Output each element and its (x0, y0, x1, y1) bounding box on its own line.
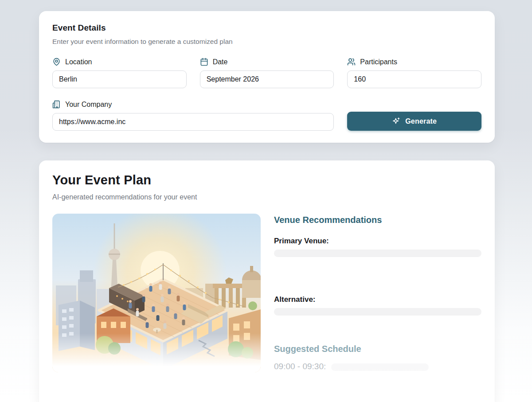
event-plan-card: Your Event Plan AI-generated recommendat… (39, 160, 495, 402)
date-input[interactable] (200, 70, 334, 88)
company-label: Your Company (52, 100, 334, 109)
company-label-text: Your Company (65, 101, 112, 109)
event-illustration (52, 214, 261, 372)
alternative-venue-skeleton (274, 308, 481, 316)
company-field-group: Your Company (52, 100, 334, 131)
schedule-slot-skeleton (331, 363, 429, 371)
schedule-slot-time: 09:00 - 09:30: (274, 362, 326, 371)
page: { "colors": { "accent": "#2d6376", "head… (0, 0, 532, 402)
location-label-text: Location (65, 58, 92, 66)
calendar-icon (200, 58, 208, 66)
users-icon (347, 58, 356, 66)
event-details-subtitle: Enter your event information to generate… (52, 38, 481, 46)
building-icon (52, 100, 61, 109)
plan-right-column: Venue Recommendations Primary Venue: Alt… (274, 214, 481, 372)
participants-label-text: Participants (360, 58, 397, 66)
venue-recommendations-heading: Venue Recommendations (274, 215, 481, 225)
date-label: Date (200, 58, 334, 66)
date-field-group: Date (200, 58, 334, 88)
primary-venue-skeleton (274, 250, 481, 257)
participants-label: Participants (347, 58, 481, 66)
location-field-group: Location (52, 58, 187, 88)
generate-button-label: Generate (405, 117, 437, 125)
event-details-title: Event Details (52, 23, 481, 33)
event-details-form: Location Date (52, 58, 481, 131)
map-pin-icon (52, 58, 61, 66)
event-plan-subtitle: AI-generated recommendations for your ev… (52, 193, 481, 201)
plan-columns: Venue Recommendations Primary Venue: Alt… (52, 214, 481, 372)
schedule-slot-row: 09:00 - 09:30: (274, 362, 481, 371)
company-input[interactable] (52, 113, 334, 131)
participants-field-group: Participants (347, 58, 481, 88)
suggested-schedule-heading: Suggested Schedule (274, 344, 481, 354)
location-input[interactable] (52, 70, 187, 88)
event-details-card: Event Details Enter your event informati… (39, 11, 495, 143)
alternative-venue-label: Alternative: (274, 295, 481, 304)
primary-venue-label: Primary Venue: (274, 237, 481, 246)
event-plan-title: Your Event Plan (52, 173, 481, 187)
generate-button[interactable]: Generate (347, 112, 481, 131)
date-label-text: Date (213, 58, 228, 66)
participants-input[interactable] (347, 70, 481, 88)
sparkles-icon (392, 117, 400, 125)
location-label: Location (52, 58, 187, 66)
